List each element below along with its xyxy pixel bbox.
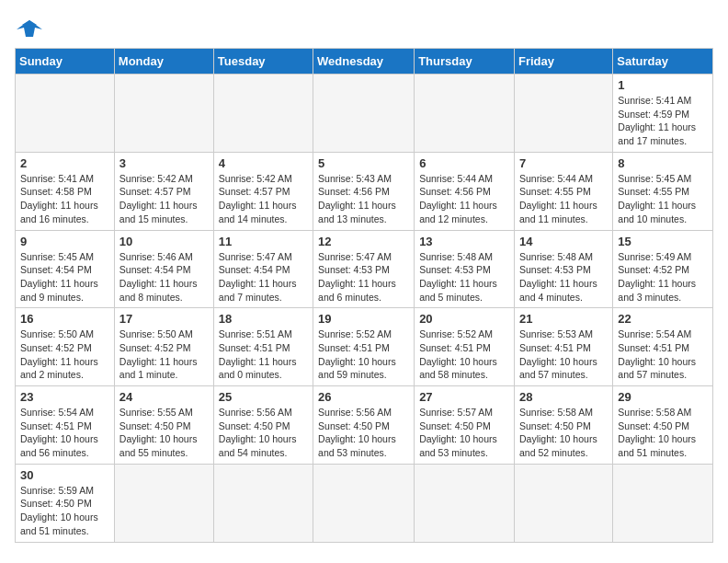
day-info: Sunrise: 5:50 AMSunset: 4:52 PMDaylight:… (20, 327, 110, 382)
calendar-day-cell: 22Sunrise: 5:54 AMSunset: 4:51 PMDayligh… (613, 308, 713, 386)
day-number: 4 (219, 156, 309, 170)
calendar-day-cell: 18Sunrise: 5:51 AMSunset: 4:51 PMDayligh… (213, 308, 313, 386)
day-number: 26 (318, 390, 410, 404)
calendar-body: 1Sunrise: 5:41 AMSunset: 4:59 PMDaylight… (16, 75, 713, 543)
calendar-day-cell: 17Sunrise: 5:50 AMSunset: 4:52 PMDayligh… (114, 308, 213, 386)
day-info: Sunrise: 5:54 AMSunset: 4:51 PMDaylight:… (20, 406, 110, 460)
day-info: Sunrise: 5:45 AMSunset: 4:54 PMDaylight:… (20, 250, 110, 304)
day-number: 27 (419, 390, 510, 404)
day-number: 11 (219, 235, 309, 248)
day-of-week-header: Wednesday (313, 49, 415, 75)
day-info: Sunrise: 5:42 AMSunset: 4:57 PMDaylight:… (219, 172, 309, 226)
calendar-day-cell: 8Sunrise: 5:45 AMSunset: 4:55 PMDaylight… (613, 152, 713, 230)
day-number: 13 (419, 235, 510, 248)
day-number: 23 (20, 390, 110, 404)
logo-bird-icon (17, 18, 42, 39)
calendar-day-cell: 14Sunrise: 5:48 AMSunset: 4:53 PMDayligh… (515, 230, 613, 308)
calendar-day-cell (415, 75, 515, 153)
day-of-week-header: Tuesday (213, 49, 313, 75)
day-info: Sunrise: 5:55 AMSunset: 4:50 PMDaylight:… (119, 406, 210, 460)
calendar-day-cell (613, 464, 713, 542)
calendar-day-cell (213, 75, 313, 153)
day-info: Sunrise: 5:47 AMSunset: 4:53 PMDaylight:… (318, 250, 410, 304)
calendar-day-cell: 13Sunrise: 5:48 AMSunset: 4:53 PMDayligh… (415, 230, 515, 308)
day-info: Sunrise: 5:56 AMSunset: 4:50 PMDaylight:… (219, 406, 309, 460)
calendar-day-cell: 11Sunrise: 5:47 AMSunset: 4:54 PMDayligh… (213, 230, 313, 308)
day-of-week-header: Thursday (415, 49, 515, 75)
calendar-week-row: 23Sunrise: 5:54 AMSunset: 4:51 PMDayligh… (16, 386, 713, 465)
day-number: 16 (20, 312, 110, 326)
day-number: 22 (618, 312, 709, 326)
day-number: 19 (318, 312, 410, 326)
day-info: Sunrise: 5:53 AMSunset: 4:51 PMDaylight:… (519, 327, 609, 382)
calendar-week-row: 2Sunrise: 5:41 AMSunset: 4:58 PMDaylight… (16, 152, 713, 230)
day-info: Sunrise: 5:45 AMSunset: 4:55 PMDaylight:… (618, 172, 709, 226)
day-of-week-header: Saturday (613, 49, 713, 75)
day-number: 5 (318, 156, 410, 170)
calendar-day-cell (213, 464, 313, 542)
calendar-day-cell: 7Sunrise: 5:44 AMSunset: 4:55 PMDaylight… (515, 152, 613, 230)
day-info: Sunrise: 5:47 AMSunset: 4:54 PMDaylight:… (219, 250, 309, 304)
calendar-day-cell (16, 75, 115, 153)
calendar-week-row: 1Sunrise: 5:41 AMSunset: 4:59 PMDaylight… (16, 75, 713, 153)
day-info: Sunrise: 5:59 AMSunset: 4:50 PMDaylight:… (20, 484, 110, 538)
calendar-day-cell: 5Sunrise: 5:43 AMSunset: 4:56 PMDaylight… (313, 152, 415, 230)
day-number: 10 (119, 235, 210, 248)
day-info: Sunrise: 5:43 AMSunset: 4:56 PMDaylight:… (318, 172, 410, 226)
day-number: 6 (419, 156, 510, 170)
calendar-day-cell (313, 464, 415, 542)
day-info: Sunrise: 5:46 AMSunset: 4:54 PMDaylight:… (119, 250, 210, 304)
day-number: 18 (219, 312, 309, 326)
calendar-day-cell: 27Sunrise: 5:57 AMSunset: 4:50 PMDayligh… (415, 386, 515, 465)
day-number: 3 (119, 156, 210, 170)
page-header (15, 15, 713, 39)
calendar-day-cell: 20Sunrise: 5:52 AMSunset: 4:51 PMDayligh… (415, 308, 515, 386)
day-info: Sunrise: 5:57 AMSunset: 4:50 PMDaylight:… (419, 406, 510, 460)
calendar-day-cell (114, 75, 213, 153)
day-info: Sunrise: 5:54 AMSunset: 4:51 PMDaylight:… (618, 327, 709, 382)
day-info: Sunrise: 5:49 AMSunset: 4:52 PMDaylight:… (618, 250, 709, 304)
calendar-day-cell: 19Sunrise: 5:52 AMSunset: 4:51 PMDayligh… (313, 308, 415, 386)
calendar-day-cell: 9Sunrise: 5:45 AMSunset: 4:54 PMDaylight… (16, 230, 115, 308)
calendar-day-cell: 12Sunrise: 5:47 AMSunset: 4:53 PMDayligh… (313, 230, 415, 308)
day-number: 9 (20, 235, 110, 248)
day-number: 24 (119, 390, 210, 404)
day-info: Sunrise: 5:52 AMSunset: 4:51 PMDaylight:… (318, 327, 410, 382)
day-info: Sunrise: 5:44 AMSunset: 4:56 PMDaylight:… (419, 172, 510, 226)
calendar-day-cell: 2Sunrise: 5:41 AMSunset: 4:58 PMDaylight… (16, 152, 115, 230)
day-number: 8 (618, 156, 709, 170)
calendar-day-cell: 1Sunrise: 5:41 AMSunset: 4:59 PMDaylight… (613, 75, 713, 153)
calendar-day-cell: 15Sunrise: 5:49 AMSunset: 4:52 PMDayligh… (613, 230, 713, 308)
day-info: Sunrise: 5:48 AMSunset: 4:53 PMDaylight:… (419, 250, 510, 304)
day-info: Sunrise: 5:58 AMSunset: 4:50 PMDaylight:… (519, 406, 609, 460)
day-number: 2 (20, 156, 110, 170)
day-number: 29 (618, 390, 709, 404)
calendar-week-row: 30Sunrise: 5:59 AMSunset: 4:50 PMDayligh… (16, 464, 713, 542)
day-number: 20 (419, 312, 510, 326)
day-number: 30 (20, 468, 110, 482)
day-info: Sunrise: 5:58 AMSunset: 4:50 PMDaylight:… (618, 406, 709, 460)
calendar-day-cell (515, 75, 613, 153)
calendar-day-cell: 10Sunrise: 5:46 AMSunset: 4:54 PMDayligh… (114, 230, 213, 308)
day-info: Sunrise: 5:52 AMSunset: 4:51 PMDaylight:… (419, 327, 510, 382)
day-number: 17 (119, 312, 210, 326)
day-info: Sunrise: 5:41 AMSunset: 4:59 PMDaylight:… (618, 94, 709, 148)
calendar-day-cell (515, 464, 613, 542)
calendar-day-cell (114, 464, 213, 542)
calendar-day-cell (313, 75, 415, 153)
calendar-day-cell: 21Sunrise: 5:53 AMSunset: 4:51 PMDayligh… (515, 308, 613, 386)
calendar-week-row: 9Sunrise: 5:45 AMSunset: 4:54 PMDaylight… (16, 230, 713, 308)
calendar-day-cell: 6Sunrise: 5:44 AMSunset: 4:56 PMDaylight… (415, 152, 515, 230)
day-number: 15 (618, 235, 709, 248)
logo (15, 18, 42, 39)
calendar-day-cell (415, 464, 515, 542)
day-info: Sunrise: 5:50 AMSunset: 4:52 PMDaylight:… (119, 327, 210, 382)
day-of-week-header: Monday (114, 49, 213, 75)
day-info: Sunrise: 5:42 AMSunset: 4:57 PMDaylight:… (119, 172, 210, 226)
day-number: 25 (219, 390, 309, 404)
calendar-day-cell: 16Sunrise: 5:50 AMSunset: 4:52 PMDayligh… (16, 308, 115, 386)
calendar-day-cell: 30Sunrise: 5:59 AMSunset: 4:50 PMDayligh… (16, 464, 115, 542)
day-info: Sunrise: 5:51 AMSunset: 4:51 PMDaylight:… (219, 327, 309, 382)
day-number: 14 (519, 235, 609, 248)
day-number: 28 (519, 390, 609, 404)
